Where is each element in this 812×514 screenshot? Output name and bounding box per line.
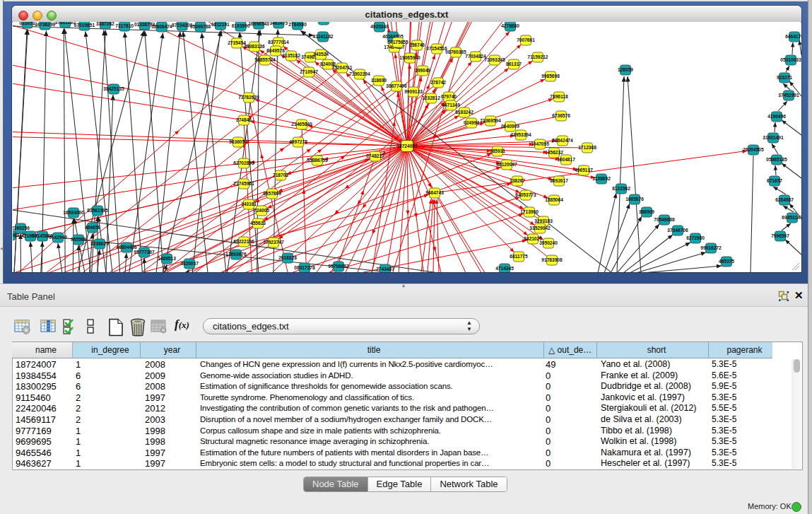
svg-text:48083136: 48083136 xyxy=(244,44,265,49)
svg-text:7743487: 7743487 xyxy=(376,267,394,271)
svg-text:1665876: 1665876 xyxy=(625,197,644,201)
svg-text:67175655: 67175655 xyxy=(387,40,408,45)
svg-text:05310033: 05310033 xyxy=(780,57,801,62)
svg-text:4935348: 4935348 xyxy=(370,24,389,29)
svg-text:05009788: 05009788 xyxy=(190,24,211,29)
svg-text:6349578: 6349578 xyxy=(266,48,285,53)
svg-text:38425135: 38425135 xyxy=(103,86,124,91)
svg-text:91783908: 91783908 xyxy=(541,257,563,262)
svg-text:3293183: 3293183 xyxy=(534,218,553,223)
svg-text:965569: 965569 xyxy=(71,237,86,242)
svg-text:724005: 724005 xyxy=(254,208,269,213)
svg-text:3320037: 3320037 xyxy=(180,261,199,266)
svg-text:2735454: 2735454 xyxy=(228,40,246,45)
svg-text:343524: 343524 xyxy=(313,52,329,57)
svg-text:8692617: 8692617 xyxy=(550,178,568,183)
svg-text:16934060: 16934060 xyxy=(63,210,84,215)
svg-text:0640909: 0640909 xyxy=(501,124,519,129)
svg-text:6736576: 6736576 xyxy=(552,113,570,118)
svg-text:1712368: 1712368 xyxy=(578,145,596,150)
svg-text:19065940: 19065940 xyxy=(399,55,420,60)
svg-text:0748217: 0748217 xyxy=(366,153,384,158)
svg-text:1604817: 1604817 xyxy=(557,157,575,162)
svg-text:318699: 318699 xyxy=(371,78,387,83)
svg-text:6811775: 6811775 xyxy=(510,254,528,259)
svg-text:679740: 679740 xyxy=(441,94,457,99)
svg-text:4190496: 4190496 xyxy=(767,114,786,119)
svg-text:73782639: 73782639 xyxy=(238,95,259,100)
svg-text:02606474: 02606474 xyxy=(151,24,172,29)
svg-text:8657809: 8657809 xyxy=(263,191,281,196)
svg-text:7896118: 7896118 xyxy=(550,94,568,99)
svg-text:26204505: 26204505 xyxy=(743,147,764,152)
svg-text:18724007: 18724007 xyxy=(396,144,418,148)
svg-text:21465840: 21465840 xyxy=(291,122,312,127)
svg-text:08760385: 08760385 xyxy=(445,49,466,54)
svg-text:75204711: 75204711 xyxy=(332,65,353,70)
svg-text:2784980: 2784980 xyxy=(288,22,307,27)
svg-text:4714345: 4714345 xyxy=(495,266,514,271)
svg-text:9909133: 9909133 xyxy=(404,89,423,94)
svg-text:7543303: 7543303 xyxy=(13,233,19,238)
svg-text:7317810: 7317810 xyxy=(115,23,134,28)
svg-text:31931491: 31931491 xyxy=(763,135,784,140)
svg-text:37631165: 37631165 xyxy=(55,22,76,25)
svg-text:2260256: 2260256 xyxy=(13,226,30,230)
svg-text:274846: 274846 xyxy=(236,117,252,122)
svg-text:0142940: 0142940 xyxy=(49,235,67,240)
svg-text:484656: 484656 xyxy=(85,225,100,230)
svg-text:95798687: 95798687 xyxy=(328,264,349,269)
svg-text:62702895: 62702895 xyxy=(233,160,254,165)
svg-text:1456232: 1456232 xyxy=(545,150,563,155)
svg-text:2016328: 2016328 xyxy=(278,255,297,260)
svg-text:99016272: 99016272 xyxy=(700,245,722,250)
svg-text:71369594: 71369594 xyxy=(480,118,501,123)
svg-text:278742: 278742 xyxy=(430,80,446,85)
svg-text:21745961: 21745961 xyxy=(233,181,254,186)
svg-text:1232812: 1232812 xyxy=(422,95,440,100)
svg-text:37346706: 37346706 xyxy=(667,228,688,233)
svg-text:9985698: 9985698 xyxy=(541,74,560,78)
svg-text:0812191: 0812191 xyxy=(211,22,230,27)
svg-text:3950240: 3950240 xyxy=(539,240,558,245)
svg-text:366909: 366909 xyxy=(639,209,654,214)
svg-text:138267: 138267 xyxy=(510,178,525,183)
svg-text:64053773: 64053773 xyxy=(515,192,536,197)
svg-text:9464743: 9464743 xyxy=(425,190,444,195)
svg-text:67010651: 67010651 xyxy=(74,23,95,28)
svg-text:031051: 031051 xyxy=(20,22,35,25)
svg-text:6183242: 6183242 xyxy=(455,110,473,115)
svg-text:37923747: 37923747 xyxy=(263,240,284,245)
svg-text:17693676: 17693676 xyxy=(225,252,247,257)
svg-text:8122362: 8122362 xyxy=(612,186,630,191)
svg-text:465375: 465375 xyxy=(719,259,734,264)
svg-text:70546688: 70546688 xyxy=(654,217,675,222)
svg-text:4965137: 4965137 xyxy=(575,168,593,173)
svg-text:34738299: 34738299 xyxy=(35,22,56,27)
svg-text:43953394: 43953394 xyxy=(510,132,531,137)
svg-text:08317278: 08317278 xyxy=(294,265,315,270)
svg-text:3158692: 3158692 xyxy=(592,176,611,181)
svg-text:69222196: 69222196 xyxy=(233,239,254,244)
svg-text:38677496: 38677496 xyxy=(386,83,407,88)
svg-text:77034824: 77034824 xyxy=(465,54,486,59)
svg-text:455623: 455623 xyxy=(250,221,266,226)
svg-text:3462475: 3462475 xyxy=(269,22,288,25)
svg-text:671657: 671657 xyxy=(767,178,782,183)
svg-text:46804436: 46804436 xyxy=(116,245,137,250)
svg-text:1047095: 1047095 xyxy=(531,141,549,146)
svg-text:07154516: 07154516 xyxy=(426,46,447,51)
svg-text:1585064: 1585064 xyxy=(545,197,563,202)
svg-text:71902294: 71902294 xyxy=(349,71,370,76)
svg-text:05865185: 05865185 xyxy=(766,157,787,162)
svg-text:6193990: 6193990 xyxy=(232,23,250,28)
svg-text:718702: 718702 xyxy=(273,173,288,177)
svg-text:343161: 343161 xyxy=(241,201,257,206)
svg-text:71159212: 71159212 xyxy=(528,54,548,59)
svg-text:4997278: 4997278 xyxy=(289,139,307,144)
svg-text:3387262: 3387262 xyxy=(96,22,114,26)
svg-text:41241182: 41241182 xyxy=(313,34,334,39)
svg-text:923271: 923271 xyxy=(777,75,792,80)
svg-text:4471349: 4471349 xyxy=(442,103,460,107)
svg-text:83561595: 83561595 xyxy=(87,208,108,213)
